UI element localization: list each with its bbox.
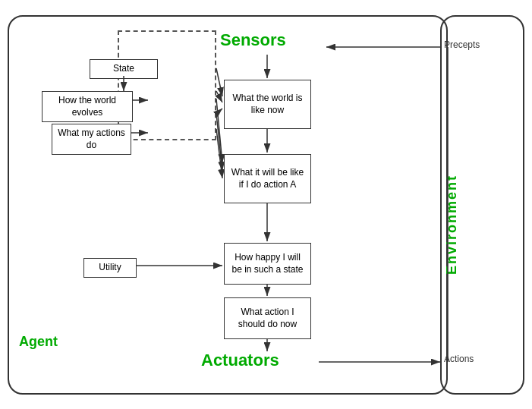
world-now-node: What the world is like now [224, 80, 311, 129]
actuators-label: Actuators [201, 351, 279, 370]
actions-do-node: What my actions do [52, 124, 131, 155]
sensors-label: Sensors [220, 30, 286, 50]
diagram-container: Environment Agent Sensors Actuators Prec… [0, 0, 532, 409]
action-now-node: What action I should do now [224, 297, 311, 339]
environment-label: Environment [444, 175, 460, 275]
world-evolves-node: How the world evolves [42, 91, 133, 122]
action-a-node: What it will be like if I do action A [224, 154, 311, 203]
utility-node: Utility [83, 258, 137, 278]
precepts-label: Precepts [444, 39, 480, 50]
agent-label: Agent [19, 334, 58, 350]
state-node: State [90, 59, 158, 79]
dashed-box [118, 30, 216, 140]
actions-label: Actions [444, 354, 474, 364]
happy-state-node: How happy I will be in such a state [224, 243, 311, 285]
